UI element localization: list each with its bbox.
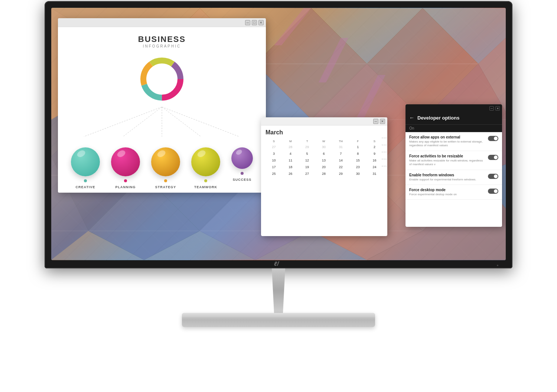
toggle-force-external[interactable]	[488, 136, 498, 141]
cal-close-button[interactable]: ✕	[380, 119, 385, 124]
dev-item-title-2: Force activities to be resizable	[409, 154, 485, 158]
dev-title: Developer options	[417, 115, 459, 121]
dev-item-desc-1: Makes any app eligible to be written to …	[409, 140, 485, 148]
day-header-w: W	[315, 139, 332, 144]
day-header-t: T	[299, 139, 316, 144]
circle-teamwork: TEAMWORK	[191, 147, 220, 189]
svg-text:ℓ/: ℓ/	[274, 261, 279, 267]
circle-label-success: SUCCESS	[233, 178, 252, 182]
dev-item-desktop-mode: Force desktop mode Force experimental de…	[405, 185, 502, 200]
dev-header: ← Developer options	[405, 112, 502, 124]
toggle-freeform[interactable]	[488, 174, 498, 179]
dev-item-desc-4: Force experimental destop mode on	[409, 193, 485, 196]
circle-strategy: STRATEGY	[151, 147, 180, 189]
toggle-desktop-mode[interactable]	[488, 189, 498, 194]
svg-line-39	[162, 107, 201, 137]
svg-line-36	[84, 107, 162, 137]
dev-item-force-external: Force allow apps on external Makes any a…	[405, 132, 502, 151]
dev-item-desc-2: Make all activities resizable for multi-…	[409, 159, 485, 167]
toggle-force-resizable[interactable]	[488, 155, 498, 160]
circle-label-planning: PLANNING	[115, 185, 136, 189]
power-indicator	[497, 265, 498, 266]
dev-item-title-4: Force desktop mode	[409, 188, 485, 192]
biz-sub-title: INFOGRAPHIC	[138, 44, 186, 48]
infographic-content: BUSINESS INFOGRAPHIC	[58, 27, 266, 193]
svg-line-40	[162, 107, 239, 137]
day-header-s: S	[266, 139, 282, 144]
table-row: 17 18 19 20 22 23 24	[266, 164, 383, 170]
biz-main-title: BUSINESS	[138, 35, 186, 44]
calendar-month: March	[266, 129, 383, 136]
dev-titlebar: ─ ✕	[405, 104, 502, 112]
circle-planning: PLANNING	[111, 147, 140, 189]
calendar-titlebar: ─ ✕	[261, 117, 387, 125]
dev-item-force-resizable: Force activities to be resizable Make al…	[405, 151, 502, 170]
circle-success: SUCCESS	[231, 147, 253, 189]
circle-label-teamwork: TEAMWORK	[194, 185, 217, 189]
day-header-th: TH	[332, 139, 349, 144]
dev-item-freeform: Enable freeform windows Enable support f…	[405, 170, 502, 185]
cal-minimize-button[interactable]: ─	[373, 119, 378, 124]
donut-chart	[136, 53, 188, 105]
day-header-s2: S	[366, 139, 383, 144]
circle-label-creative: CREATIVE	[76, 185, 95, 189]
close-button[interactable]: ✕	[258, 20, 264, 25]
infographic-circles-area: CREATIVE PLANNING	[65, 107, 258, 189]
dev-item-desc-3: Enable support for experimental freeform…	[409, 178, 485, 182]
biz-title: BUSINESS INFOGRAPHIC	[138, 35, 186, 48]
dev-options-window: ─ ✕ ← Developer options On Force allow a…	[405, 104, 502, 227]
table-row: 10 11 12 13 14 15 16	[266, 157, 383, 164]
dev-items-list: Force allow apps on external Makes any a…	[405, 132, 502, 225]
svg-line-37	[123, 107, 162, 137]
dev-back-button[interactable]: ←	[409, 115, 414, 121]
dev-close-button[interactable]: ✕	[495, 106, 500, 111]
circle-label-strategy: STRATEGY	[155, 185, 176, 189]
day-header-m: M	[282, 139, 299, 144]
dev-item-title-1: Force allow apps on external	[409, 135, 485, 139]
dev-item-title-3: Enable freeform windows	[409, 173, 485, 177]
table-row: 27 28 29 30 31 1 2	[266, 144, 383, 150]
calendar-window: ─ ✕ March S M T W TH F	[261, 117, 387, 236]
calendar-grid: S M T W TH F S 27	[266, 139, 383, 177]
minimize-button[interactable]: ─	[245, 20, 250, 25]
table-row: 25 26 27 28 29 30 31	[266, 170, 383, 177]
maximize-button[interactable]: □	[252, 20, 257, 25]
monitor-bezel: ─ □ ✕ BUSINESS INFOGRAPHIC	[45, 1, 512, 268]
infographic-window: ─ □ ✕ BUSINESS INFOGRAPHIC	[58, 18, 266, 193]
dev-minimize-button[interactable]: ─	[489, 106, 494, 111]
calendar-content: March S M T W TH F S	[261, 125, 387, 181]
monitor-base	[182, 313, 375, 327]
circle-creative: CREATIVE	[71, 147, 100, 189]
infographic-titlebar: ─ □ ✕	[58, 18, 266, 27]
hp-logo: ℓ/	[273, 260, 284, 269]
dev-on-badge: On	[405, 124, 502, 132]
monitor-wrapper: ─ □ ✕ BUSINESS INFOGRAPHIC	[37, 1, 520, 391]
table-row: 3 4 5 6 7 8 9	[266, 150, 383, 157]
monitor-screen: ─ □ ✕ BUSINESS INFOGRAPHIC	[51, 8, 506, 260]
day-header-f: F	[349, 139, 366, 144]
monitor-neck	[267, 268, 290, 313]
